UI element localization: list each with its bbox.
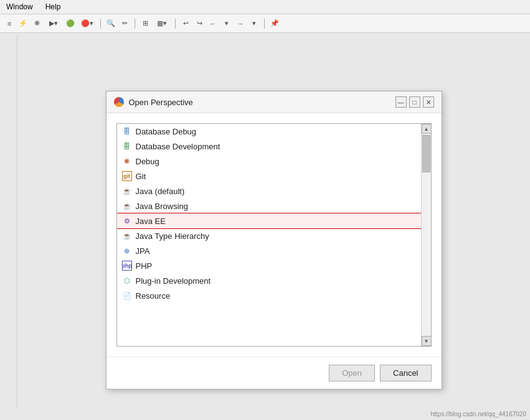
dialog-title-left: Open Perspective — [114, 97, 193, 107]
toolbar-btn-search[interactable]: 🔍 — [105, 18, 116, 29]
item-icon-db-dev: 🗄 — [122, 141, 132, 151]
toolbar-dropdown-prev[interactable]: ▾ — [221, 18, 232, 29]
eclipse-icon — [114, 97, 124, 107]
item-label-resource: Resource — [136, 291, 171, 301]
toolbar-sep-1 — [100, 19, 101, 29]
list-item-db-dev[interactable]: 🗄Database Development — [117, 139, 421, 154]
toolbar-sep-2 — [135, 19, 135, 29]
item-label-debug: Debug — [136, 157, 159, 166]
scroll-thumb-area — [422, 134, 431, 336]
list-item-db-debug[interactable]: 🗄Database Debug — [117, 124, 421, 139]
close-button[interactable]: ✕ — [423, 96, 434, 108]
toolbar-dropdown-next[interactable]: ▾ — [248, 18, 260, 29]
list-item-debug[interactable]: ❋Debug — [117, 154, 421, 169]
dialog-titlebar: Open Perspective — □ ✕ — [106, 91, 442, 113]
toolbar-dropdown-nav[interactable]: ▦▾ — [153, 18, 171, 29]
item-icon-db-debug: 🗄 — [122, 126, 132, 136]
toolbar-btn-1[interactable]: ≡ — [4, 18, 15, 29]
item-icon-java-browsing: ☕ — [122, 201, 132, 211]
toolbar-btn-forward[interactable]: ↪ — [194, 18, 205, 29]
list-item-plugin-dev[interactable]: ⬡Plug-in Development — [117, 273, 421, 288]
item-label-java-ee: Java EE — [136, 217, 166, 226]
item-icon-java-default: ☕ — [122, 186, 132, 196]
item-label-jpa: JPA — [136, 246, 150, 256]
perspective-list[interactable]: 🗄Database Debug🗄Database Development❋Deb… — [117, 124, 421, 346]
cancel-button[interactable]: Cancel — [380, 365, 431, 381]
open-perspective-dialog: Open Perspective — □ ✕ 🗄Database Debug🗄D… — [106, 91, 442, 390]
item-icon-jpa: ⊕ — [122, 246, 132, 256]
menu-window[interactable]: Window — [4, 1, 35, 12]
item-label-java-type: Java Type Hierarchy — [136, 231, 209, 241]
toolbar-btn-back[interactable]: ↩ — [180, 18, 191, 29]
dialog-title-text: Open Perspective — [129, 98, 193, 107]
item-icon-plugin-dev: ⬡ — [122, 276, 132, 286]
toolbar-btn-edit[interactable]: ✏ — [119, 18, 130, 29]
item-icon-java-ee: ⚙ — [122, 216, 132, 226]
toolbar-btn-nav1[interactable]: ⊞ — [140, 18, 151, 29]
toolbar-btn-pin[interactable]: 📌 — [269, 18, 280, 29]
toolbar-btn-3[interactable]: ❋ — [31, 18, 42, 29]
menu-help[interactable]: Help — [43, 1, 64, 12]
list-item-git[interactable]: gitGit — [117, 169, 421, 184]
item-label-php: PHP — [136, 261, 153, 271]
toolbar-sep-4 — [264, 19, 265, 29]
scroll-down-arrow[interactable]: ▼ — [422, 336, 432, 346]
item-label-db-dev: Database Development — [136, 142, 220, 151]
minimize-button[interactable]: — — [395, 96, 407, 108]
item-label-plugin-dev: Plug-in Development — [136, 276, 211, 286]
toolbar-dropdown-debug[interactable]: 🔴▾ — [78, 18, 96, 29]
dialog-footer: Open Cancel — [106, 357, 442, 389]
list-item-jpa[interactable]: ⊕JPA — [117, 243, 421, 258]
item-label-git: Git — [136, 172, 146, 181]
toolbar-sep-3 — [175, 19, 176, 29]
watermark: https://blog.csdn.net/qq_44167020 — [431, 411, 526, 418]
list-item-resource[interactable]: 📄Resource — [117, 288, 421, 303]
main-area: Open Perspective — □ ✕ 🗄Database Debug🗄D… — [17, 35, 530, 420]
toolbar-btn-next[interactable]: → — [235, 18, 246, 29]
list-item-php[interactable]: phpPHP — [117, 258, 421, 273]
dialog-controls: — □ ✕ — [395, 96, 434, 108]
scrollbar[interactable]: ▲ ▼ — [421, 124, 431, 346]
scroll-up-arrow[interactable]: ▲ — [422, 124, 432, 134]
menu-bar: Window Help — [0, 0, 530, 14]
toolbar-btn-prev[interactable]: ← — [207, 18, 219, 29]
left-panel — [0, 35, 17, 408]
list-item-java-default[interactable]: ☕Java (default) — [117, 184, 421, 198]
item-label-java-default: Java (default) — [136, 187, 185, 196]
item-icon-debug: ❋ — [122, 156, 132, 166]
dialog-body: 🗄Database Debug🗄Database Development❋Deb… — [106, 113, 442, 357]
item-icon-php: php — [122, 261, 132, 271]
list-item-java-ee[interactable]: ⚙Java EE — [117, 213, 421, 228]
toolbar-btn-5[interactable]: 🟢 — [65, 18, 76, 29]
item-icon-git: git — [122, 171, 132, 181]
item-icon-resource: 📄 — [122, 291, 132, 301]
list-item-java-browsing[interactable]: ☕Java Browsing — [117, 198, 421, 213]
open-button[interactable]: Open — [329, 365, 375, 381]
toolbar-dropdown-run[interactable]: ▶▾ — [45, 18, 62, 29]
restore-button[interactable]: □ — [409, 96, 420, 108]
toolbar-btn-2[interactable]: ⚡ — [17, 18, 29, 29]
dialog-overlay: Open Perspective — □ ✕ 🗄Database Debug🗄D… — [17, 35, 530, 420]
perspective-list-container: 🗄Database Debug🗄Database Development❋Deb… — [116, 123, 432, 347]
item-icon-java-type: ☕ — [122, 231, 132, 241]
item-label-java-browsing: Java Browsing — [136, 202, 189, 211]
item-label-db-debug: Database Debug — [136, 127, 197, 136]
toolbar: ≡ ⚡ ❋ ▶▾ 🟢 🔴▾ 🔍 ✏ ⊞ ▦▾ ↩ ↪ ← ▾ → ▾ 📌 — [0, 14, 530, 33]
scroll-thumb[interactable] — [422, 135, 430, 172]
list-item-java-type[interactable]: ☕Java Type Hierarchy — [117, 228, 421, 243]
